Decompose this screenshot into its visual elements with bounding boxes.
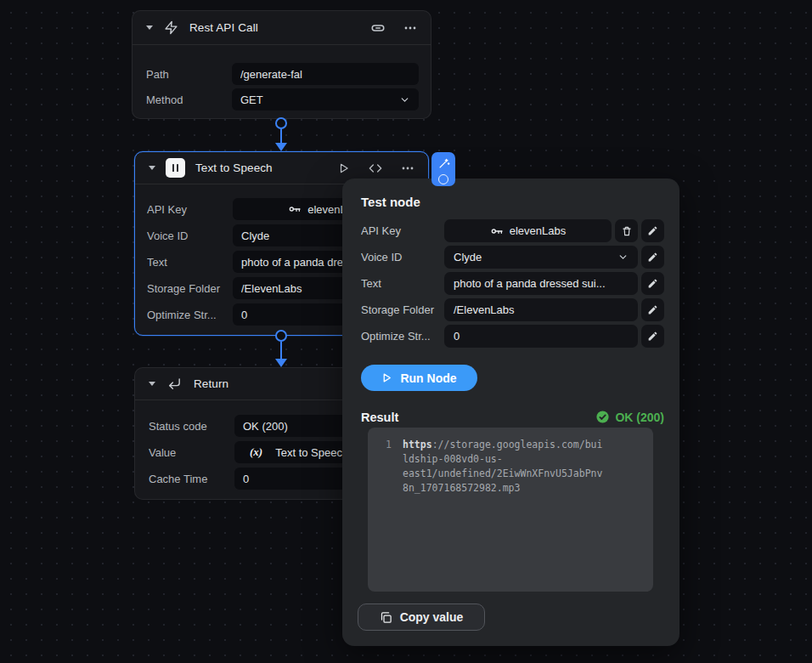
edge-line (280, 342, 282, 360)
storage-folder-input[interactable]: /ElevenLabs (444, 298, 638, 321)
code-line: 1 https://storage.googleapis.com/bui (376, 438, 645, 452)
run-node-label: Run Node (400, 371, 456, 385)
test-node-panel: Test node API Key elevenLabs Voice ID Cl… (342, 178, 679, 646)
api-key-value: elevenLabs (510, 224, 567, 237)
field-label: Optimize Str... (361, 330, 444, 343)
link-icon[interactable] (370, 20, 386, 36)
result-code-block[interactable]: 1 https://storage.googleapis.com/bui lds… (368, 428, 653, 592)
field-label: API Key (361, 224, 444, 237)
field-label: Text (361, 277, 444, 290)
edge-arrowhead-icon (275, 359, 287, 367)
node-header[interactable]: Rest API Call (133, 11, 431, 45)
magic-wand-button[interactable] (431, 152, 455, 186)
pencil-icon (647, 252, 658, 263)
field-label: Cache Time (149, 473, 234, 485)
panel-title: Test node (361, 195, 664, 209)
text-input[interactable]: photo of a panda dressed sui... (444, 272, 638, 295)
code-text: east1/undefined/2EiwWnXFnvU5JabPnv (403, 467, 602, 481)
method-select[interactable]: GET (232, 88, 419, 110)
field-label: Voice ID (147, 230, 233, 242)
field-row: Method GET (146, 88, 431, 110)
delete-button[interactable] (615, 219, 638, 242)
output-port[interactable] (275, 117, 287, 129)
edit-button[interactable] (641, 219, 664, 242)
api-key-input[interactable]: elevenLabs (444, 219, 612, 242)
trash-icon (621, 225, 633, 237)
field-row: Text photo of a panda dressed sui... (361, 272, 664, 295)
result-label: Result (361, 411, 398, 424)
field-row: API Key elevenLabs (361, 219, 664, 242)
hidden-circle-icon (438, 174, 448, 184)
line-number: 1 (376, 438, 392, 452)
field-label: API Key (147, 203, 233, 216)
key-icon (490, 224, 504, 238)
code-line: 8n_1707168572982.mp3 (376, 481, 645, 496)
code-text: ldship-008vd0-us- (403, 452, 503, 467)
field-label: Storage Folder (361, 303, 444, 316)
voice-id-select[interactable]: Clyde (444, 246, 638, 269)
edit-button[interactable] (641, 298, 664, 321)
edit-button[interactable] (641, 246, 664, 269)
node-title: Rest API Call (189, 21, 258, 34)
node-title: Return (194, 377, 228, 390)
edit-button[interactable] (641, 325, 664, 348)
code-text: https://storage.googleapis.com/bui (403, 438, 602, 452)
more-options-icon[interactable] (403, 21, 417, 35)
field-label: Optimize Str... (147, 309, 233, 321)
field-label: Storage Folder (147, 282, 233, 295)
copy-value-button[interactable]: Copy value (358, 604, 485, 631)
code-line: ldship-008vd0-us- (376, 452, 645, 467)
field-row: Voice ID Clyde (361, 246, 664, 269)
field-row: Storage Folder /ElevenLabs (361, 298, 664, 321)
optimize-streaming-input[interactable]: 0 (444, 325, 638, 348)
node-title: Text to Speech (195, 162, 273, 174)
variable-icon: (x) (250, 445, 262, 459)
code-icon[interactable] (369, 162, 382, 175)
collapse-chevron-icon[interactable] (149, 166, 155, 170)
chevron-down-icon (399, 94, 410, 105)
collapse-chevron-icon[interactable] (146, 26, 153, 30)
method-value: GET (240, 94, 393, 106)
status-badge-text: OK (200) (615, 411, 664, 424)
code-text: 8n_1707168572982.mp3 (403, 481, 520, 496)
more-options-icon[interactable] (401, 162, 414, 175)
field-label: Voice ID (361, 251, 444, 264)
status-badge: OK (200) (595, 410, 664, 424)
field-row: Path /generate-fal (146, 63, 431, 85)
check-circle-icon (595, 410, 610, 424)
field-row: Optimize Str... 0 (361, 325, 664, 348)
field-label: Text (147, 256, 233, 269)
collapse-chevron-icon[interactable] (149, 382, 155, 386)
play-icon[interactable] (338, 162, 350, 174)
pencil-icon (647, 304, 658, 315)
field-label: Status code (149, 420, 234, 433)
return-arrow-icon (167, 377, 182, 391)
text-value: photo of a panda dressed sui... (454, 277, 606, 290)
run-node-button[interactable]: Run Node (361, 365, 477, 391)
pencil-icon (647, 331, 658, 342)
magic-wand-icon (437, 157, 450, 170)
copy-icon (380, 611, 392, 624)
pencil-icon (647, 278, 658, 289)
pencil-icon (647, 225, 658, 236)
edge-arrowhead-icon (275, 143, 287, 151)
copy-value-label: Copy value (400, 610, 464, 624)
play-icon (381, 372, 392, 383)
path-input[interactable]: /generate-fal (232, 63, 419, 85)
edit-button[interactable] (641, 272, 664, 295)
code-line: east1/undefined/2EiwWnXFnvU5JabPnv (376, 467, 645, 481)
path-value: /generate-fal (240, 68, 410, 81)
voice-id-value: Clyde (454, 251, 612, 264)
chevron-down-icon (617, 252, 629, 263)
field-label: Method (146, 94, 232, 106)
key-icon (288, 202, 302, 216)
pause-button[interactable] (166, 158, 185, 178)
field-label: Path (146, 68, 232, 81)
field-label: Value (149, 446, 234, 459)
storage-folder-value: /ElevenLabs (454, 303, 515, 316)
optimize-streaming-value: 0 (454, 330, 460, 343)
zap-icon (164, 20, 178, 35)
output-port[interactable] (275, 330, 287, 342)
node-rest-api-call[interactable]: Rest API Call Path /generate-fal Method … (132, 10, 431, 119)
workflow-canvas[interactable]: Rest API Call Path /generate-fal Method … (0, 0, 812, 663)
